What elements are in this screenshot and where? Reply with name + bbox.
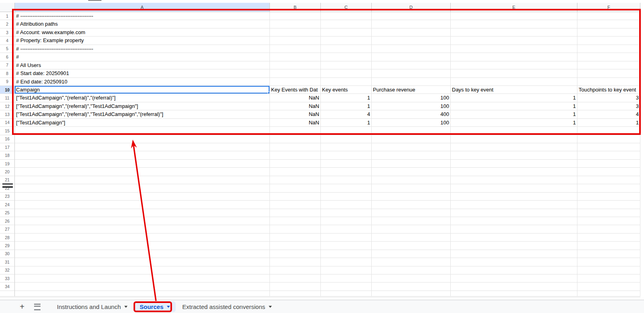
cell-A28[interactable] — [15, 234, 270, 242]
cell-E12[interactable]: 1 — [451, 102, 577, 110]
cell-A25[interactable] — [15, 209, 270, 217]
cell-F19[interactable] — [577, 160, 640, 168]
cell-E4[interactable] — [451, 37, 577, 45]
cell-D2[interactable] — [372, 20, 451, 28]
cell-C29[interactable] — [321, 242, 372, 250]
cell-B11[interactable]: NaN — [270, 94, 321, 102]
cell-C31[interactable] — [321, 258, 372, 266]
cell-B15[interactable] — [270, 127, 321, 135]
cell-F25[interactable] — [577, 209, 640, 217]
row-header-9[interactable]: 9 — [0, 78, 15, 86]
row-header-10[interactable]: 10 — [0, 86, 15, 94]
row-header-31[interactable]: 31 — [0, 258, 15, 266]
cell-A7[interactable]: # All Users — [15, 61, 270, 69]
cell-E15[interactable] — [451, 127, 577, 135]
cell-B16[interactable] — [270, 135, 321, 143]
cell-D31[interactable] — [372, 258, 451, 266]
row-header-24[interactable]: 24 — [0, 201, 15, 209]
cell-B14[interactable]: NaN — [270, 119, 321, 127]
cell-F1[interactable] — [577, 12, 640, 20]
cell-E11[interactable]: 1 — [451, 94, 577, 102]
cell-C28[interactable] — [321, 234, 372, 242]
cell-B8[interactable] — [270, 69, 321, 77]
cell-B33[interactable] — [270, 274, 321, 283]
cell-E31[interactable] — [451, 258, 577, 266]
cell-F11[interactable]: 3 — [577, 94, 640, 102]
chevron-down-icon[interactable] — [167, 306, 170, 308]
cell-A33[interactable] — [15, 274, 270, 283]
cell-C32[interactable] — [321, 266, 372, 274]
row-header-partial[interactable] — [0, 291, 15, 297]
cell-B2[interactable] — [270, 20, 321, 28]
cell-E33[interactable] — [451, 274, 577, 283]
cell-C27[interactable] — [321, 225, 372, 233]
cell-F7[interactable] — [577, 61, 640, 69]
cell-D29[interactable] — [372, 242, 451, 250]
cell-D25[interactable] — [372, 209, 451, 217]
cell-F14[interactable]: 1 — [577, 119, 640, 127]
cell-D7[interactable] — [372, 61, 451, 69]
cell-A6[interactable]: # — [15, 53, 270, 61]
cell-F32[interactable] — [577, 266, 640, 274]
row-resize-indicator-bottom[interactable] — [2, 186, 13, 188]
cell-E13[interactable]: 1 — [451, 110, 577, 118]
cell-E5[interactable] — [451, 45, 577, 53]
row-header-32[interactable]: 32 — [0, 266, 15, 274]
cell-E10[interactable]: Days to key event — [451, 86, 577, 94]
cell-C24[interactable] — [321, 201, 372, 209]
cell-D11[interactable]: 100 — [372, 94, 451, 102]
cell-B19[interactable] — [270, 160, 321, 168]
cell-F13[interactable]: 4 — [577, 110, 640, 118]
cell-B26[interactable] — [270, 217, 321, 225]
cell-partial[interactable] — [451, 291, 577, 297]
row-header-23[interactable]: 23 — [0, 193, 15, 201]
row-header-27[interactable]: 27 — [0, 225, 15, 233]
cell-A15[interactable] — [15, 127, 270, 135]
cell-D24[interactable] — [372, 201, 451, 209]
cell-D28[interactable] — [372, 234, 451, 242]
row-header-29[interactable]: 29 — [0, 242, 15, 250]
cell-A2[interactable]: # Attribution paths — [15, 20, 270, 28]
cell-F18[interactable] — [577, 151, 640, 159]
cell-B22[interactable] — [270, 184, 321, 192]
cell-C9[interactable] — [321, 78, 372, 86]
cell-D27[interactable] — [372, 225, 451, 233]
row-header-7[interactable]: 7 — [0, 61, 15, 69]
cell-B29[interactable] — [270, 242, 321, 250]
cell-F27[interactable] — [577, 225, 640, 233]
column-header-B[interactable]: B — [270, 3, 321, 12]
row-header-2[interactable]: 2 — [0, 20, 15, 28]
cell-A17[interactable] — [15, 143, 270, 151]
cell-D5[interactable] — [372, 45, 451, 53]
cell-E17[interactable] — [451, 143, 577, 151]
cell-C33[interactable] — [321, 274, 372, 283]
cell-A9[interactable]: # End date: 20250910 — [15, 78, 270, 86]
cell-C3[interactable] — [321, 28, 372, 37]
cell-B10[interactable]: Key Events with Dat — [270, 86, 321, 94]
cell-B27[interactable] — [270, 225, 321, 233]
cell-E27[interactable] — [451, 225, 577, 233]
row-header-19[interactable]: 19 — [0, 160, 15, 168]
cell-E8[interactable] — [451, 69, 577, 77]
cell-F6[interactable] — [577, 53, 640, 61]
cell-partial[interactable] — [270, 291, 321, 297]
row-header-22[interactable]: 22 — [0, 184, 15, 192]
cell-E18[interactable] — [451, 151, 577, 159]
cell-E29[interactable] — [451, 242, 577, 250]
cell-partial[interactable] — [321, 291, 372, 297]
row-header-11[interactable]: 11 — [0, 94, 15, 102]
row-header-17[interactable]: 17 — [0, 143, 15, 151]
cell-E23[interactable] — [451, 193, 577, 201]
row-header-15[interactable]: 15 — [0, 127, 15, 135]
cell-D16[interactable] — [372, 135, 451, 143]
cell-A11[interactable]: ["Test1AdCampaign","(referral)","(referr… — [15, 94, 270, 102]
cell-A1[interactable]: # --------------------------------------… — [15, 12, 270, 20]
cell-A23[interactable] — [15, 193, 270, 201]
cell-B5[interactable] — [270, 45, 321, 53]
cell-F26[interactable] — [577, 217, 640, 225]
cell-A10[interactable]: Campaign — [15, 86, 270, 94]
chevron-down-icon[interactable] — [124, 306, 128, 308]
cell-D20[interactable] — [372, 168, 451, 176]
cell-F16[interactable] — [577, 135, 640, 143]
row-header-33[interactable]: 33 — [0, 274, 15, 283]
